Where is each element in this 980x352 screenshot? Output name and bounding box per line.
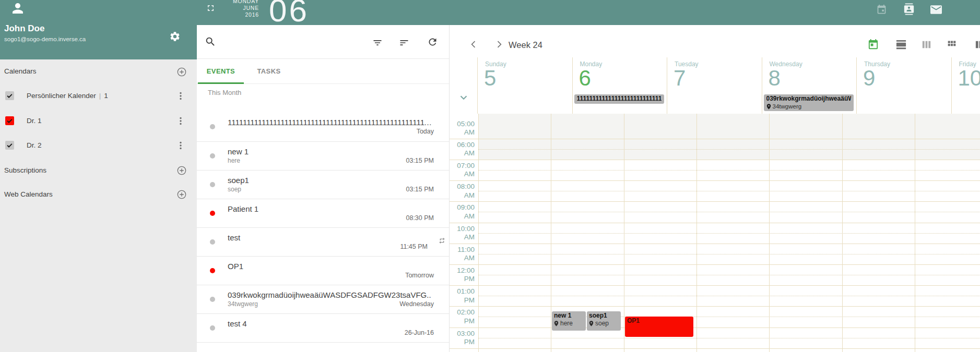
sidebar-calendar-row[interactable]: Persönlicher Kalender|1	[0, 86, 197, 106]
day-number[interactable]: 6	[579, 66, 591, 91]
half-hour-line	[478, 191, 980, 191]
event-list-item[interactable]: test 4 26-Jun-16	[197, 314, 449, 343]
event-title: test	[228, 233, 434, 242]
today-calendar-icon[interactable]	[867, 39, 880, 51]
subscriptions-section-label: Subscriptions	[4, 166, 46, 174]
grid-event[interactable]: OP1	[625, 317, 693, 337]
day-column-header: Sunday 5	[477, 57, 572, 114]
previous-week-icon[interactable]	[468, 39, 480, 51]
day-number[interactable]: 5	[484, 66, 496, 91]
multicolumn-view-icon[interactable]	[974, 39, 980, 51]
user-header: John Doe sogo1@sogo-demo.inverse.ca	[0, 0, 197, 59]
event-time: 11:45 PM	[400, 242, 428, 251]
day-number[interactable]: 8	[769, 66, 781, 91]
calendar-checkbox[interactable]	[5, 141, 14, 150]
month-view-icon[interactable]	[946, 39, 959, 51]
add-calendar-button[interactable]	[176, 67, 187, 77]
date-year: 2016	[207, 11, 259, 18]
event-title: Patient 1	[228, 204, 434, 214]
event-list-item[interactable]: test 11:45 PM	[197, 228, 449, 257]
grid-event[interactable]: soep1 soep	[587, 311, 621, 331]
calendar-checkbox[interactable]	[5, 91, 14, 100]
event-list-item[interactable]: 039rkwokgrmadüoijhweaäüWASDFGSADFGW23tsa…	[197, 285, 449, 314]
week-view-icon[interactable]	[920, 39, 932, 51]
settings-gear-icon[interactable]	[169, 31, 181, 42]
hour-label: 09:00AM	[450, 203, 475, 221]
allday-event[interactable]: 1111111111111111111111111111111111	[574, 94, 665, 104]
day-number[interactable]: 10	[958, 66, 980, 91]
calendar-app-icon[interactable]	[876, 4, 887, 15]
addressbook-app-icon[interactable]	[903, 3, 915, 16]
search-icon[interactable]	[205, 36, 216, 47]
hour-label: 05:00AM	[450, 120, 475, 137]
week-day-headers: Sunday 5 Monday 6 1111111111111111111111…	[450, 57, 980, 114]
day-number[interactable]: 7	[674, 66, 686, 91]
hour-line	[450, 264, 980, 265]
non-working-hours-shade	[478, 114, 980, 160]
calendar-label: Persönlicher Kalender|1	[27, 86, 108, 106]
hour-label: 07:00AM	[450, 162, 475, 179]
half-hour-line	[478, 212, 980, 212]
event-title: new 1	[228, 147, 434, 156]
filter-icon[interactable]	[372, 38, 383, 48]
day-view-icon[interactable]	[895, 39, 908, 51]
calendar-label: Dr. 2|	[27, 136, 42, 155]
event-color-dot	[210, 268, 215, 273]
list-tabs: EVENTS TASKS	[197, 59, 449, 84]
hour-line	[450, 306, 980, 307]
allday-event[interactable]: 039rkwokgrmadüoijhweaäüWASDFGSADFGW23tsa…	[764, 94, 854, 111]
week-time-grid[interactable]: 05:00AM05:00AM06:00AM07:00AM08:00AM09:00…	[450, 114, 980, 352]
hour-line	[450, 348, 980, 349]
location-pin-icon	[589, 321, 594, 326]
collapse-allday-chevron-icon[interactable]	[458, 92, 469, 103]
tab-events[interactable]: EVENTS	[197, 59, 245, 83]
event-time: Tomorrow	[405, 271, 434, 280]
location-pin-icon	[766, 104, 771, 110]
user-name: John Doe	[4, 23, 44, 34]
event-list-item[interactable]: soep1 soep 03:15 PM	[197, 171, 449, 199]
event-time: 03:15 PM	[406, 156, 434, 165]
user-email: sogo1@sogo-demo.inverse.ca	[4, 36, 86, 42]
hour-label: 11:00AM	[450, 246, 475, 263]
date-weekday: MONDAY	[207, 0, 259, 5]
event-list-item[interactable]: Patient 1 08:30 PM	[197, 199, 449, 228]
hour-label: 10:00AM	[450, 225, 475, 242]
day-number[interactable]: 9	[863, 66, 875, 91]
next-week-icon[interactable]	[494, 39, 505, 51]
event-time: Wednesday	[399, 300, 434, 309]
event-time: Today	[417, 127, 434, 136]
event-color-dot	[210, 325, 215, 331]
event-time: 26-Jun-16	[405, 329, 434, 337]
grid-event-location: soep	[589, 320, 619, 327]
date-month: JUNE	[207, 5, 259, 11]
event-list-item[interactable]: 1111111111111111111111111111111111111111…	[197, 102, 449, 142]
refresh-icon[interactable]	[427, 37, 438, 47]
event-list: 1111111111111111111111111111111111111111…	[197, 102, 449, 343]
sidebar-calendar-row[interactable]: Dr. 2|	[0, 136, 197, 155]
event-title: OP1	[228, 261, 434, 271]
event-title: 1111111111111111111111111111111111111111…	[228, 117, 434, 127]
add-subscription-button[interactable]	[176, 165, 187, 176]
half-hour-line	[478, 149, 980, 150]
calendar-menu-icon[interactable]	[177, 141, 184, 150]
grid-event-location: here	[554, 320, 584, 327]
grid-event-title: new 1	[554, 312, 584, 320]
event-location: soep	[228, 185, 241, 194]
add-web-calendar-button[interactable]	[176, 189, 187, 200]
event-list-item[interactable]: new 1 here 03:15 PM	[197, 142, 449, 171]
tab-tasks[interactable]: TASKS	[245, 59, 293, 83]
day-column-header: Wednesday 8 039rkwokgrmadüoijhweaäüWASDF…	[762, 57, 857, 114]
sidebar-calendar-row[interactable]: Dr. 1|	[0, 111, 197, 131]
event-color-dot	[210, 182, 215, 187]
grid-event[interactable]: new 1 here	[552, 311, 586, 331]
sort-icon[interactable]	[399, 38, 409, 48]
calendar-menu-icon[interactable]	[177, 92, 184, 100]
hour-label: 02:00PM	[450, 308, 475, 325]
calendar-menu-icon[interactable]	[177, 117, 184, 125]
hour-label: 03:00PM	[450, 330, 475, 347]
mail-app-icon[interactable]	[930, 5, 942, 14]
event-time: 03:15 PM	[406, 185, 434, 194]
allday-event-location: 34twgwerg	[766, 103, 852, 110]
event-list-item[interactable]: OP1 Tomorrow	[197, 257, 449, 285]
calendar-checkbox[interactable]	[5, 116, 14, 125]
